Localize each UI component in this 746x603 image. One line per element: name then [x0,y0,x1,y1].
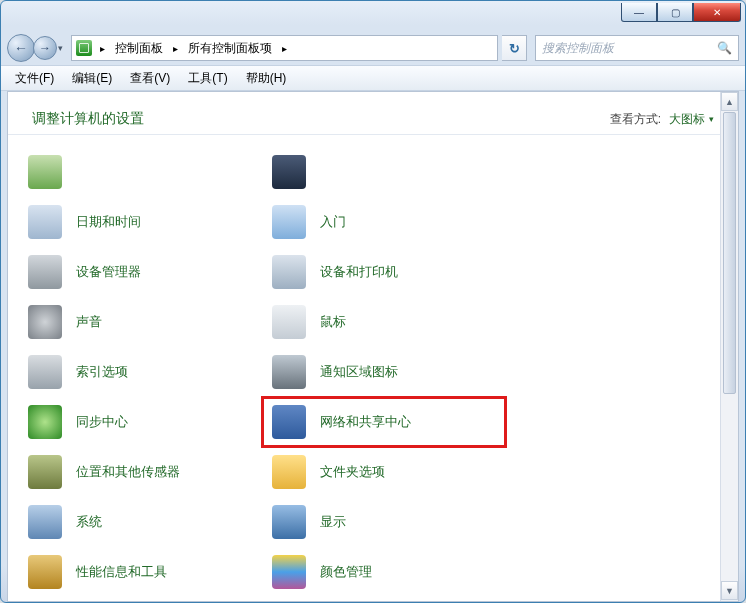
scroll-down-button[interactable]: ▼ [721,581,738,600]
back-icon: ← [14,40,28,56]
cp-item[interactable]: 疑难解答 [18,597,262,602]
cp-item-icon [272,555,306,589]
breadcrumb-control-panel[interactable]: 控制面板 [113,40,165,57]
cp-item[interactable]: 网络和共享中心 [262,397,506,447]
content-pane: 调整计算机的设置 查看方式: 大图标 ▾ 日期和时间入门设备管理器设备和打印机声… [7,91,739,602]
cp-item[interactable]: 位置和其他传感器 [18,447,262,497]
arrow-down-icon: ▼ [725,586,734,596]
cp-item-icon [28,355,62,389]
cp-item-label: 日期和时间 [76,213,141,231]
cp-item-label: 同步中心 [76,413,128,431]
menu-file[interactable]: 文件(F) [7,68,62,89]
cp-item-icon [28,405,62,439]
cp-item-label: 颜色管理 [320,563,372,581]
cp-item-icon [272,155,306,189]
refresh-icon: ↻ [509,41,520,56]
breadcrumb-sep: ▸ [169,43,182,54]
cp-item-icon [272,205,306,239]
cp-item-label: 系统 [76,513,102,531]
cp-item-icon [272,355,306,389]
menu-tools[interactable]: 工具(T) [180,68,235,89]
address-bar[interactable]: ▸ 控制面板 ▸ 所有控制面板项 ▸ [71,35,498,61]
cp-item[interactable]: 系统 [18,497,262,547]
cp-item[interactable]: 鼠标 [262,297,506,347]
search-box[interactable]: 搜索控制面板 🔍 [535,35,739,61]
cp-item[interactable]: 设备管理器 [18,247,262,297]
cp-item[interactable]: 设备和打印机 [262,247,506,297]
cp-item-label: 索引选项 [76,363,128,381]
cp-item[interactable]: 声音 [18,297,262,347]
scroll-thumb[interactable] [723,112,736,394]
forward-icon: → [39,41,51,55]
close-button[interactable]: ✕ [693,3,741,22]
cp-item-label: 鼠标 [320,313,346,331]
chevron-down-icon: ▾ [58,43,63,53]
cp-item[interactable] [262,147,506,197]
cp-item[interactable]: 颜色管理 [262,547,506,597]
items-grid: 日期和时间入门设备管理器设备和打印机声音鼠标索引选项通知区域图标同步中心网络和共… [8,135,738,602]
cp-item-icon [28,205,62,239]
cp-item-label: 性能信息和工具 [76,563,167,581]
cp-item-label: 显示 [320,513,346,531]
view-by-value: 大图标 [669,111,705,128]
menu-view[interactable]: 查看(V) [122,68,178,89]
cp-item-label: 网络和共享中心 [320,413,411,431]
cp-item-icon [272,405,306,439]
cp-item-icon [28,305,62,339]
cp-item-label: 文件夹选项 [320,463,385,481]
cp-item[interactable]: 性能信息和工具 [18,547,262,597]
cp-item[interactable]: 英特尔(R) 图形和媒体 [262,597,506,602]
cp-item-icon [28,455,62,489]
search-icon: 🔍 [717,41,732,55]
cp-item[interactable]: 通知区域图标 [262,347,506,397]
cp-item[interactable]: 显示 [262,497,506,547]
scroll-up-button[interactable]: ▲ [721,92,738,111]
cp-item-icon [28,505,62,539]
content-header: 调整计算机的设置 查看方式: 大图标 ▾ [8,92,738,135]
control-panel-icon [76,40,92,56]
window-controls: — ▢ ✕ [621,3,741,22]
cp-item[interactable]: 同步中心 [18,397,262,447]
back-button[interactable]: ← [7,34,35,62]
cp-item-label: 声音 [76,313,102,331]
nav-row: ← → ▾ ▸ 控制面板 ▸ 所有控制面板项 ▸ ↻ 搜索控制面板 🔍 [1,31,745,65]
explorer-window: — ▢ ✕ ← → ▾ ▸ 控制面板 ▸ 所有控制面板项 ▸ ↻ 搜索控制面板 … [0,0,746,603]
nav-buttons: ← → ▾ [7,34,67,62]
cp-item-icon [272,505,306,539]
menu-bar: 文件(F) 编辑(E) 查看(V) 工具(T) 帮助(H) [1,65,745,91]
menu-help[interactable]: 帮助(H) [238,68,295,89]
cp-item-icon [28,555,62,589]
arrow-up-icon: ▲ [725,97,734,107]
cp-item[interactable]: 入门 [262,197,506,247]
cp-item-icon [272,455,306,489]
history-dropdown[interactable]: ▾ [53,43,67,53]
view-by-dropdown[interactable]: 大图标 ▾ [669,111,714,128]
chevron-down-icon: ▾ [709,114,714,124]
cp-item[interactable] [18,147,262,197]
maximize-button[interactable]: ▢ [657,3,693,22]
breadcrumb-all-items[interactable]: 所有控制面板项 [186,40,274,57]
titlebar: — ▢ ✕ [1,1,745,31]
cp-item-icon [272,255,306,289]
view-by-label: 查看方式: [610,111,661,128]
breadcrumb-sep: ▸ [96,43,109,54]
search-placeholder: 搜索控制面板 [542,40,614,57]
vertical-scrollbar[interactable]: ▲ ▼ [720,92,738,601]
page-title: 调整计算机的设置 [32,110,144,128]
cp-item-label: 入门 [320,213,346,231]
minimize-button[interactable]: — [621,3,657,22]
cp-item-icon [28,155,62,189]
breadcrumb-sep: ▸ [278,43,291,54]
cp-item-label: 通知区域图标 [320,363,398,381]
cp-item[interactable]: 文件夹选项 [262,447,506,497]
cp-item-label: 位置和其他传感器 [76,463,180,481]
cp-item-icon [272,305,306,339]
cp-item[interactable]: 日期和时间 [18,197,262,247]
cp-item-icon [28,255,62,289]
cp-item[interactable]: 索引选项 [18,347,262,397]
refresh-button[interactable]: ↻ [502,35,527,61]
menu-edit[interactable]: 编辑(E) [64,68,120,89]
cp-item-label: 设备管理器 [76,263,141,281]
cp-item-label: 设备和打印机 [320,263,398,281]
